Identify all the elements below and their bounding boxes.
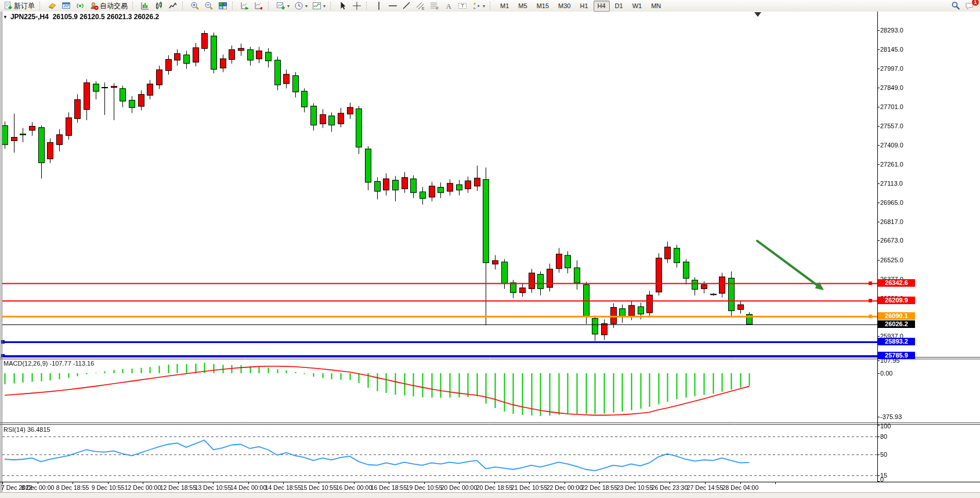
toolbar-separator <box>268 2 272 10</box>
signals-icon[interactable] <box>73 0 87 12</box>
trend-line-icon <box>402 1 411 10</box>
crosshair-button[interactable] <box>350 0 364 12</box>
tf-m1-label: M1 <box>500 2 509 10</box>
search-icon[interactable] <box>949 0 963 12</box>
tile-windows-icon <box>218 1 227 10</box>
toolbar-group <box>237 0 267 12</box>
text-icon: A <box>444 1 453 10</box>
auto-trading-button-label: 自动交易 <box>100 1 128 11</box>
toolbar-separator <box>182 2 186 10</box>
templates-icon <box>312 1 321 10</box>
toolbar-separator <box>39 2 43 10</box>
toolbar-separator <box>232 2 236 10</box>
toolbar-separator <box>366 2 370 10</box>
tf-w1-label: W1 <box>632 2 642 10</box>
zoom-in-icon <box>190 1 200 10</box>
cursor-icon <box>338 1 348 10</box>
line-chart-icon <box>168 1 178 10</box>
toolbar-group <box>137 0 181 12</box>
equidistant-channel-button[interactable]: E <box>414 0 428 12</box>
chevron-down-icon[interactable]: ▾ <box>305 3 308 9</box>
tf-w1[interactable]: W1 <box>628 1 646 12</box>
svg-text:E: E <box>422 6 425 10</box>
signals-icon-icon <box>75 1 85 10</box>
arrows-icon <box>472 1 481 10</box>
cursor-button[interactable] <box>336 0 350 12</box>
new-order-icon <box>3 1 13 10</box>
market-watch-icon[interactable] <box>59 0 73 12</box>
toolbar-group: M1M5M15M30H1H4D1W1MN <box>494 0 667 12</box>
toolbar-separator <box>132 2 136 10</box>
chart-shift-icon <box>254 1 263 10</box>
text-button[interactable]: A <box>442 0 455 12</box>
text-label-icon: T <box>458 1 467 10</box>
svg-text:T: T <box>461 3 465 9</box>
toolbar-group: EFAT▾ <box>371 0 489 12</box>
chevron-down-icon[interactable]: ▾ <box>483 3 485 9</box>
line-chart-button[interactable] <box>166 0 180 12</box>
periods-button[interactable]: ▾ <box>292 0 310 12</box>
auto-scroll-button[interactable] <box>238 0 252 12</box>
svg-text:A: A <box>446 2 452 10</box>
tf-h4-label: H4 <box>598 2 606 10</box>
text-label-button[interactable]: T <box>455 0 469 12</box>
zoom-in-button[interactable] <box>188 0 202 12</box>
tf-m15[interactable]: M15 <box>533 1 553 12</box>
tf-m1[interactable]: M1 <box>496 1 513 12</box>
tf-d1-label: D1 <box>615 2 623 10</box>
new-order-button[interactable]: 新订单 <box>1 0 37 12</box>
tf-m5-label: M5 <box>518 2 527 10</box>
auto-scroll-icon <box>240 1 249 10</box>
fibonacci-button[interactable]: F <box>428 0 442 12</box>
new-chart-icon <box>276 1 285 10</box>
toolbar-group <box>187 0 231 12</box>
chevron-down-icon[interactable]: ▾ <box>323 3 326 9</box>
bar-chart-icon <box>140 1 150 10</box>
horizontal-line-button[interactable] <box>386 0 400 12</box>
fibonacci-icon: F <box>430 1 439 10</box>
auto-trading-icon <box>89 1 99 10</box>
candle-chart-button[interactable] <box>152 0 166 12</box>
toolbar-group: 自动交易 <box>44 0 131 12</box>
new-order-button-label: 新订单 <box>14 1 35 11</box>
toolbar: 新订单自动交易▾▾▾EFAT▾M1M5M15M30H1H4D1W1MN1 <box>0 0 980 12</box>
auto-trading-button[interactable]: 自动交易 <box>87 0 130 12</box>
chat-icon[interactable]: 1 <box>963 0 977 12</box>
new-chart-button[interactable]: ▾ <box>274 0 292 12</box>
notification-badge: 1 <box>971 0 979 6</box>
chart-shift-button[interactable] <box>252 0 266 12</box>
quotes-icon-icon <box>48 1 57 10</box>
equidistant-channel-icon: E <box>416 1 425 10</box>
toolbar-group: ▾▾▾ <box>273 0 329 12</box>
vertical-line-button[interactable] <box>372 0 386 12</box>
price-chart-canvas[interactable] <box>0 12 980 498</box>
chart-window: ▼JPN225-,H4 26105.9 26120.5 26021.3 2602… <box>0 12 980 498</box>
tf-m5[interactable]: M5 <box>514 1 531 12</box>
svg-text:F: F <box>436 6 439 10</box>
toolbar-group: 新订单 <box>0 0 38 12</box>
tf-m30[interactable]: M30 <box>554 1 574 12</box>
tf-d1[interactable]: D1 <box>611 1 627 12</box>
toolbar-right: 1 <box>949 0 980 12</box>
zoom-out-button[interactable] <box>202 0 216 12</box>
periods-icon <box>294 1 303 10</box>
tf-m15-label: M15 <box>537 2 549 10</box>
chevron-down-icon[interactable]: ▾ <box>287 3 290 9</box>
toolbar-group <box>335 0 365 12</box>
trend-line-button[interactable] <box>400 0 414 12</box>
arrows-button[interactable]: ▾ <box>469 0 487 12</box>
quotes-icon[interactable] <box>45 0 59 12</box>
tile-windows-button[interactable] <box>216 0 230 12</box>
templates-button[interactable]: ▾ <box>310 0 328 12</box>
market-watch-icon-icon <box>62 1 71 10</box>
candle-chart-icon <box>154 1 164 10</box>
tf-h1[interactable]: H1 <box>576 1 592 12</box>
crosshair-icon <box>352 1 361 10</box>
zoom-out-icon <box>204 1 214 10</box>
bar-chart-button[interactable] <box>138 0 152 12</box>
toolbar-separator <box>330 2 334 10</box>
horizontal-line-icon <box>388 1 397 10</box>
tf-h4[interactable]: H4 <box>594 1 610 12</box>
tf-m30-label: M30 <box>558 2 570 10</box>
tf-mn[interactable]: MN <box>647 1 665 12</box>
